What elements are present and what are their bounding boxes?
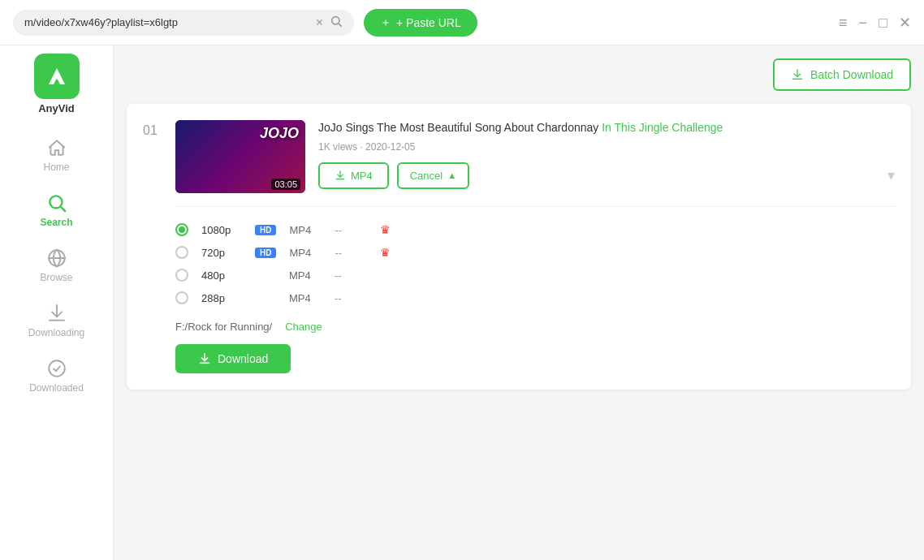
radio-480p[interactable] [175, 269, 188, 282]
quality-options: 1080p HD MP4 -- ♛ 720p HD MP4 -- ♛ [175, 206, 895, 309]
folder-path: F:/Rock for Running/ [175, 321, 272, 333]
sidebar-search-label: Search [40, 217, 72, 228]
quality-row-480p[interactable]: 480p MP4 -- [175, 264, 895, 286]
svg-line-3 [60, 207, 65, 212]
video-thumbnail[interactable]: JOJO ▶ 03:05 [175, 120, 305, 193]
download-path-section: F:/Rock for Running/ Change [175, 321, 895, 333]
sidebar-downloaded-label: Downloaded [29, 382, 84, 394]
quality-row-720p[interactable]: 720p HD MP4 -- ♛ [175, 241, 895, 264]
size-1080p: -- [335, 224, 367, 236]
sidebar: AnyVid Home Search Browse [0, 45, 114, 560]
mp4-button[interactable]: MP4 [318, 162, 389, 189]
video-meta: 1K views · 2020-12-05 [318, 141, 895, 153]
window-controls: ≡ − □ ✕ [839, 15, 911, 30]
quality-label-1080p: 1080p [201, 224, 242, 236]
sidebar-item-home[interactable]: Home [0, 127, 113, 183]
quality-label-720p: 720p [201, 247, 242, 259]
video-title: JoJo Sings The Most Beautiful Song About… [318, 120, 895, 136]
main-layout: AnyVid Home Search Browse [0, 45, 924, 560]
paste-url-label: + Paste URL [396, 16, 461, 29]
hd-badge-1080p: HD [255, 225, 276, 235]
title-bar: m/video/x7xw46y?playlist=x6lgtp × ＋ + Pa… [0, 0, 924, 45]
video-card: 01 JOJO ▶ 03:05 JoJo Sings The M [127, 104, 911, 390]
minimize-icon[interactable]: − [859, 15, 868, 30]
sidebar-item-search[interactable]: Search [0, 183, 113, 238]
format-1080p: MP4 [289, 224, 322, 236]
video-title-highlight: In This Jingle Challenge [602, 121, 723, 134]
format-288p: MP4 [289, 292, 322, 304]
download-label: Download [218, 352, 268, 365]
expand-icon[interactable]: ▾ [887, 166, 895, 184]
app-name: AnyVid [38, 102, 75, 114]
sidebar-item-browse[interactable]: Browse [0, 238, 113, 293]
video-date: 2020-12-05 [365, 141, 415, 153]
app-logo [34, 54, 80, 99]
close-icon[interactable]: ✕ [899, 15, 911, 30]
cancel-label: Cancel [410, 170, 443, 182]
quality-row-288p[interactable]: 288p MP4 -- [175, 286, 895, 309]
paste-plus-icon: ＋ [380, 15, 391, 30]
download-button[interactable]: Download [175, 344, 291, 373]
size-288p: -- [335, 292, 367, 304]
premium-icon-1080p: ♛ [380, 223, 391, 236]
format-480p: MP4 [289, 269, 322, 282]
radio-288p[interactable] [175, 291, 188, 304]
svg-line-1 [339, 24, 342, 27]
url-bar[interactable]: m/video/x7xw46y?playlist=x6lgtp × [13, 10, 354, 36]
url-text: m/video/x7xw46y?playlist=x6lgtp [24, 16, 309, 28]
video-number: 01 [143, 123, 162, 138]
batch-download-label: Batch Download [810, 68, 893, 81]
premium-icon-720p: ♛ [380, 246, 391, 259]
maximize-icon[interactable]: □ [879, 15, 887, 30]
quality-label-288p: 288p [201, 292, 242, 304]
paste-url-button[interactable]: ＋ + Paste URL [364, 9, 477, 37]
svg-point-5 [49, 360, 65, 377]
cancel-chevron-icon: ▲ [447, 170, 456, 180]
search-icon [330, 15, 343, 31]
sidebar-item-downloading[interactable]: Downloading [0, 293, 113, 348]
batch-download-button[interactable]: Batch Download [773, 58, 911, 91]
quality-row-1080p[interactable]: 1080p HD MP4 -- ♛ [175, 218, 895, 241]
url-clear-icon[interactable]: × [316, 16, 323, 29]
sidebar-item-downloaded[interactable]: Downloaded [0, 348, 113, 403]
video-title-text: JoJo Sings The Most Beautiful Song About… [318, 121, 602, 134]
video-views: 1K views [318, 141, 357, 153]
sidebar-browse-label: Browse [40, 272, 72, 283]
sidebar-downloading-label: Downloading [28, 327, 84, 338]
svg-point-0 [332, 16, 339, 24]
quality-label-480p: 480p [201, 269, 242, 282]
hd-badge-720p: HD [255, 248, 276, 258]
video-actions: MP4 Cancel ▲ ▾ [318, 162, 895, 189]
size-480p: -- [335, 269, 367, 282]
mp4-label: MP4 [351, 170, 373, 182]
content-area: Batch Download 01 JOJO ▶ 03:05 [114, 45, 924, 560]
cancel-button[interactable]: Cancel ▲ [397, 162, 469, 189]
sidebar-home-label: Home [43, 162, 69, 173]
format-720p: MP4 [289, 247, 322, 259]
radio-720p[interactable] [175, 246, 188, 259]
change-folder-button[interactable]: Change [285, 321, 322, 333]
svg-point-2 [50, 196, 62, 208]
radio-1080p[interactable] [175, 223, 188, 236]
thumb-duration: 03:05 [271, 179, 300, 190]
video-header: 01 JOJO ▶ 03:05 JoJo Sings The M [143, 120, 895, 193]
thumb-jojo-text: JOJO [260, 125, 299, 142]
size-720p: -- [335, 247, 367, 259]
menu-icon[interactable]: ≡ [839, 15, 848, 30]
video-info: JoJo Sings The Most Beautiful Song About… [318, 120, 895, 189]
